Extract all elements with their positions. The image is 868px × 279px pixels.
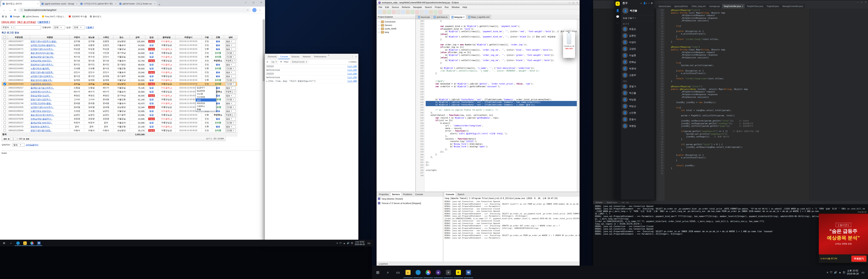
add-friend-icon[interactable]: 👤+ <box>643 2 647 4</box>
table-row[interactable]: 19061022095531삼계탕(기본)+전복추가..윤서연윤서연임재현경기광… <box>2 74 237 78</box>
state-select[interactable]: 조리중▼ <box>225 121 236 124</box>
product-link[interactable]: 반계탕(기본)+녹두추가.. <box>31 48 54 50</box>
product-link[interactable]: 삼계탕 2인세트+찰밥추가.. <box>31 44 56 46</box>
tray-icon[interactable]: 🛡 <box>339 242 342 244</box>
dropdown-option[interactable]: 배송완료 <box>196 101 216 104</box>
browser-tab[interactable]: 디지인사이드 jqGrid 예시 제1× <box>79 1 118 7</box>
state-select[interactable]: 발송▼ <box>225 75 236 78</box>
tray-icon[interactable]: ▲ <box>839 271 841 274</box>
friend-item[interactable]: 👤박딩동 <box>621 96 654 103</box>
product-link[interactable]: 누룽지백숙 세트(2인).. <box>31 110 52 112</box>
taskbar-app-edge[interactable] <box>15 240 21 246</box>
tab-close-icon[interactable]: × <box>37 2 38 5</box>
product-link[interactable]: 전복삼계탕+찰밥추가.. <box>31 118 52 120</box>
table-row[interactable]: 19061022101214본탕(기본)+몸이편한족..강민수강민수강민수서울송… <box>2 70 237 74</box>
console-filter-placeholder[interactable]: Filter <box>284 61 288 63</box>
settings-icon[interactable]: ⚙ <box>651 2 653 4</box>
editor-tab[interactable]: grid.base.js <box>432 15 449 19</box>
tree-item-conversion[interactable]: ▷Conversion <box>377 20 415 24</box>
taskbar-app-word[interactable]: W <box>36 240 42 246</box>
editor-tab[interactable]: ManageController.java <box>781 4 805 8</box>
table-row[interactable]: 19061021544719한방백숙+전복추가..공유공유공유서울강동22,14… <box>2 125 237 129</box>
tree-item-tang[interactable]: ▷tang <box>377 30 415 34</box>
devtools-tab-performance[interactable]: Performance <box>312 54 328 59</box>
search-icon[interactable]: ⌕ <box>8 240 14 246</box>
grid-header-cell[interactable]: 진행 <box>212 35 224 39</box>
state-select[interactable]: 조리중▼ <box>225 129 236 132</box>
grid-header-cell[interactable]: 입금 <box>145 35 158 39</box>
profile-avatar[interactable] <box>252 8 256 12</box>
product-link[interactable]: 본탕(기본)+몸이편한.. <box>31 129 52 131</box>
console-source-link[interactable]: list:488 <box>347 80 357 82</box>
panel-tab-console[interactable]: Console <box>444 192 456 196</box>
bookmark-item[interactable]: jqGrid Demos <box>23 15 39 18</box>
table-row[interactable]: 19061022074163오골계백숙 세트(3인)..송하늘송하늘송하늘성남분… <box>2 82 237 86</box>
product-link[interactable]: 삼계탕(기본)+전복추가.. <box>31 75 54 77</box>
menu-run[interactable]: Run <box>445 6 449 8</box>
tree-item-servers[interactable]: ▷Servers <box>377 24 415 27</box>
editor-tab[interactable]: jquery.jqGrid.js <box>673 4 690 8</box>
console-source-link[interactable]: list:299 <box>347 69 357 71</box>
taskview-icon[interactable]: ▭ <box>393 267 403 278</box>
state-select[interactable]: 발송▼ <box>225 102 236 105</box>
row-checkbox[interactable] <box>3 122 6 124</box>
table-row[interactable]: 19061022183732들깨삼계탕+공기밥 2개..최수연최수연강민수서울잠… <box>2 55 237 59</box>
taskbar-app-eclipse[interactable]: e <box>434 267 443 278</box>
row-checkbox[interactable] <box>3 40 6 42</box>
devtools-tab-elements[interactable]: Elements <box>266 54 278 59</box>
devtools-tab-network[interactable]: Network <box>301 54 312 59</box>
row-checkbox[interactable] <box>3 48 6 51</box>
table-row[interactable]: 19061021581123옻닭 한마리(중)+죽추가..남궁민남궁민남궁민경기… <box>2 113 237 117</box>
table-row[interactable]: 19061022080912옻닭 반마리+찰밥 2개..임재현임재현임재현서울강… <box>2 78 237 82</box>
panel-tab-console[interactable]: Console <box>414 192 425 196</box>
dropdown-option[interactable]: 입금완료 <box>196 89 216 92</box>
tray-icon[interactable]: ▲ <box>343 242 345 244</box>
ime-kor-indicator[interactable]: 한 <box>351 242 353 245</box>
tab-close-icon[interactable]: × <box>154 2 155 5</box>
editor-tab[interactable]: layout.jsp <box>416 15 432 19</box>
product-link[interactable]: 오골계백숙 세트(3인).. <box>31 83 52 85</box>
search-input[interactable] <box>15 25 41 29</box>
product-link[interactable]: 삼계탕(기본)+녹두추가.. <box>31 106 54 108</box>
clear-console-icon[interactable]: ⊘ <box>267 61 268 63</box>
editor-tab[interactable]: JqueryJs.java <box>657 4 673 8</box>
table-row[interactable]: 19061022144553누룽지백숙+들깨죽..오세훈오세훈윤서연서울강동58… <box>2 67 237 70</box>
console-context-select[interactable]: top▾ <box>270 60 278 64</box>
product-link[interactable]: 본탕(기본)+내장추가.. <box>31 98 52 100</box>
new-tab-button[interactable]: + <box>157 2 162 7</box>
bookmark-item[interactable]: Free,24x7) 가팅님 L... <box>42 15 66 18</box>
stock-ad-banner[interactable]: AhnLab AD [ 실시간 ] “숨은 급등주 예상종목 분석” 선착순 1… <box>819 210 868 263</box>
log-levels-select[interactable]: Default levels▾ <box>290 60 308 64</box>
editor-tab[interactable]: PageUtil.java <box>765 4 781 8</box>
console-source-link[interactable]: list:246 <box>347 65 357 67</box>
dropdown-option[interactable]: 주문취소 <box>196 104 216 108</box>
server-item[interactable]: Tomcat v7.0 Server at localhost [Stopped… <box>377 201 443 206</box>
state-select[interactable]: 주문취소▼ <box>225 90 237 93</box>
bookmark-item[interactable]: 앱 <box>2 15 7 18</box>
editor-scrollbar[interactable] <box>577 19 580 192</box>
tab-close-icon[interactable]: × <box>463 16 464 18</box>
state-select[interactable]: 주문취소▼ <box>225 114 237 117</box>
chat-icon[interactable]: 💬 <box>616 15 619 18</box>
menu-search[interactable]: Search <box>425 6 432 8</box>
stop-icon[interactable] <box>410 10 414 14</box>
dropdown-option[interactable]: 입금대기 <box>196 86 216 89</box>
product-link[interactable]: 들깨탕+공기밥 2개추가.. <box>31 87 54 89</box>
state-select[interactable]: 주문취소▼ <box>225 59 237 62</box>
bulk-apply-link[interactable]: 상태일괄처리 <box>26 143 38 146</box>
product-link[interactable]: 옻닭 한마리(중)+죽추가.. <box>31 114 54 116</box>
table-row[interactable]: 19061022245771반계탕(기본)+녹두추가..박성호박성호박성호서울강… <box>2 47 237 51</box>
product-link[interactable]: 전복삼계탕 세트(2인).. <box>31 60 52 62</box>
bookmark-item[interactable]: JQGRID 추가줄 <box>69 15 87 18</box>
maximize-icon[interactable]: □ <box>861 1 862 3</box>
friend-item[interactable]: 👤박근울 <box>621 90 654 96</box>
expand-arrow-icon[interactable]: ▷ <box>379 24 380 26</box>
my-profile-item[interactable]: 👤 박건율 <box>621 6 654 15</box>
row-checkbox[interactable] <box>3 118 6 120</box>
back-icon[interactable] <box>434 10 438 14</box>
editor-tab[interactable]: Base_Logoinfo.xml <box>467 15 491 19</box>
expand-arrow-icon[interactable]: ▷ <box>379 31 380 33</box>
bottle-ad-widget[interactable]: 수분예측 초기화 38% OFF <box>563 32 575 58</box>
product-link[interactable]: 한방삼계탕+인삼주.. <box>31 94 50 97</box>
build-icon[interactable] <box>396 10 401 14</box>
